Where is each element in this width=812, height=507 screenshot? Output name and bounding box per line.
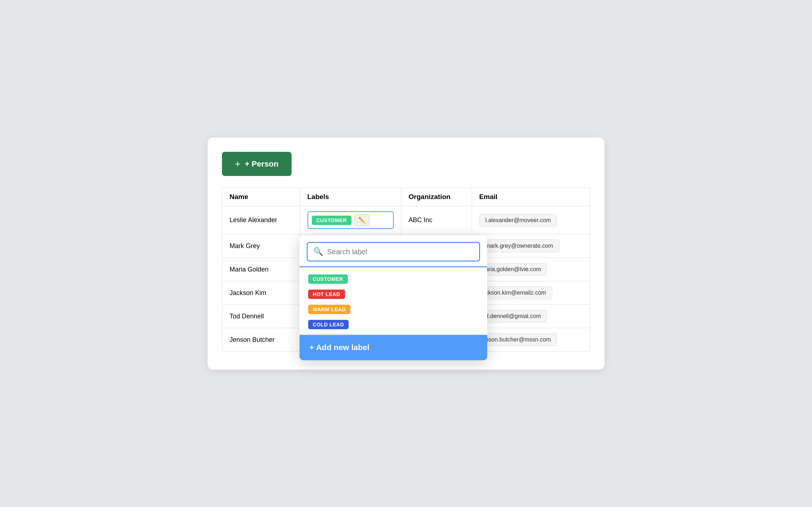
- col-organization: Organization: [401, 188, 472, 206]
- cell-labels[interactable]: CUSTOMER✏️🔍CUSTOMERHOT LEADWARM LEADCOLD…: [300, 206, 401, 234]
- add-person-label: + Person: [245, 159, 279, 169]
- cell-email: mark.grey@ownerate.com: [472, 234, 590, 258]
- search-input-wrapper: 🔍: [307, 242, 480, 261]
- dropdown-labels-list: CUSTOMERHOT LEADWARM LEADCOLD LEAD: [300, 267, 487, 335]
- cell-email: nson.butcher@mssn.com: [472, 328, 590, 352]
- table-row: Leslie AlexanderCUSTOMER✏️🔍CUSTOMERHOT L…: [222, 206, 590, 234]
- add-person-button[interactable]: + + Person: [222, 152, 292, 176]
- email-badge: mark.grey@ownerate.com: [479, 239, 559, 252]
- dropdown-label-item[interactable]: CUSTOMER: [308, 274, 479, 284]
- cell-name: Mark Grey: [222, 234, 300, 258]
- people-table: Name Labels Organization Email Leslie Al…: [222, 188, 590, 352]
- col-name: Name: [222, 188, 300, 206]
- dropdown-label-item[interactable]: HOT LEAD: [308, 290, 479, 299]
- email-badge: nson.butcher@mssn.com: [479, 333, 557, 346]
- cell-name: Jackson Kim: [222, 281, 300, 305]
- cell-name: Leslie Alexander: [222, 206, 300, 234]
- col-email: Email: [472, 188, 590, 206]
- main-card: + + Person Name Labels Organization Emai…: [208, 137, 604, 370]
- dropdown-label-item[interactable]: COLD LEAD: [308, 320, 479, 329]
- cell-email: d.dennell@gmial.com: [472, 305, 590, 328]
- cell-email: ckson.kim@emailz.com: [472, 281, 590, 305]
- dropdown-search-area: 🔍: [300, 235, 487, 267]
- email-badge: l.alexander@moveer.com: [479, 214, 557, 227]
- dropdown-label-badge: COLD LEAD: [308, 320, 349, 329]
- cell-organization: ABC Inc: [401, 206, 472, 234]
- cell-email: aria.golden@lvie.com: [472, 258, 590, 281]
- cell-email: l.alexander@moveer.com: [472, 206, 590, 234]
- label-dropdown: 🔍CUSTOMERHOT LEADWARM LEADCOLD LEAD+ Add…: [300, 235, 487, 360]
- label-badge-customer: CUSTOMER: [312, 216, 352, 225]
- email-badge: aria.golden@lvie.com: [479, 263, 547, 276]
- edit-label-button[interactable]: ✏️: [354, 214, 370, 226]
- cell-name: Maria Golden: [222, 258, 300, 281]
- email-badge: ckson.kim@emailz.com: [479, 286, 552, 299]
- cell-name: Tod Dennell: [222, 305, 300, 328]
- col-labels: Labels: [300, 188, 401, 206]
- dropdown-label-badge: HOT LEAD: [308, 290, 345, 299]
- labels-cell-inner[interactable]: CUSTOMER✏️: [307, 211, 394, 229]
- search-label-input[interactable]: [327, 248, 473, 256]
- search-icon: 🔍: [313, 247, 323, 256]
- plus-icon: +: [235, 158, 240, 169]
- cell-name: Jenson Butcher: [222, 328, 300, 352]
- dropdown-label-badge: WARM LEAD: [308, 305, 350, 314]
- add-new-label-button[interactable]: + Add new label: [300, 335, 487, 360]
- dropdown-label-item[interactable]: WARM LEAD: [308, 305, 479, 314]
- dropdown-label-badge: CUSTOMER: [308, 274, 348, 284]
- email-badge: d.dennell@gmial.com: [479, 310, 547, 323]
